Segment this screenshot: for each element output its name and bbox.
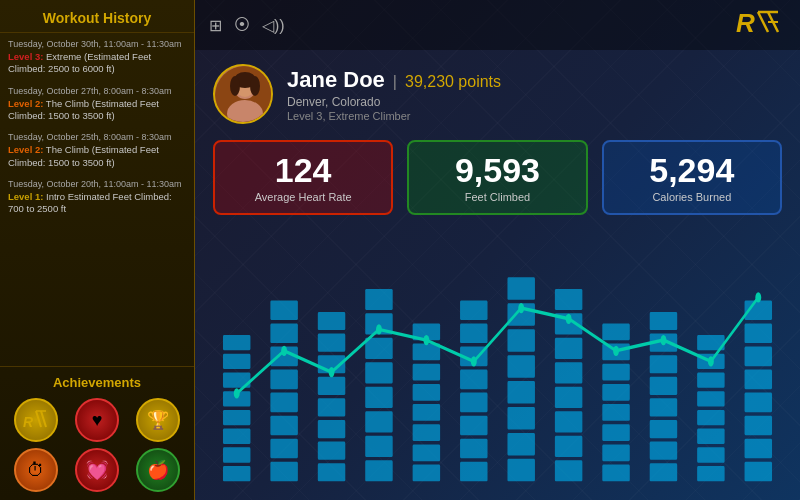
timer-achievement[interactable]: ⏱ xyxy=(14,448,58,492)
svg-rect-22 xyxy=(223,448,250,463)
volume-icon[interactable]: ◁)) xyxy=(262,16,285,35)
workout-item[interactable]: Tuesday, October 20th, 11:00am - 11:30am… xyxy=(8,179,186,216)
svg-rect-71 xyxy=(507,459,534,482)
profile-name: Jane Doe xyxy=(287,67,385,93)
svg-text:R: R xyxy=(23,414,34,430)
svg-rect-84 xyxy=(602,405,629,422)
trophy-achievement[interactable]: 🏆 xyxy=(136,398,180,442)
svg-rect-44 xyxy=(365,387,392,408)
calories-label: Calories Burned xyxy=(616,191,768,203)
svg-rect-38 xyxy=(318,442,345,460)
svg-point-118 xyxy=(518,303,524,313)
svg-rect-105 xyxy=(745,324,772,344)
month-labels: JanFebMarAprMayJunJulAugSepOctNovDec xyxy=(213,496,782,500)
svg-point-115 xyxy=(376,325,382,335)
svg-rect-27 xyxy=(270,370,297,390)
svg-rect-30 xyxy=(270,439,297,459)
workout-date: Tuesday, October 30th, 11:00am - 11:30am xyxy=(8,39,186,49)
svg-rect-31 xyxy=(270,462,297,482)
svg-rect-25 xyxy=(270,324,297,344)
top-bar: ⊞ ⦿ ◁)) R xyxy=(195,0,800,50)
profile-location: Denver, Colorado xyxy=(287,95,501,109)
svg-rect-45 xyxy=(365,412,392,433)
svg-point-113 xyxy=(281,346,287,356)
svg-rect-77 xyxy=(555,412,582,433)
svg-rect-108 xyxy=(745,393,772,413)
workout-item[interactable]: Tuesday, October 27th, 8:00am - 8:30am L… xyxy=(8,86,186,123)
svg-rect-87 xyxy=(602,465,629,482)
workout-item[interactable]: Tuesday, October 25th, 8:00am - 8:30am L… xyxy=(8,132,186,169)
svg-point-122 xyxy=(708,357,714,367)
svg-rect-43 xyxy=(365,363,392,384)
run-achievement[interactable]: R xyxy=(14,398,58,442)
achievements-grid: R♥🏆⏱💓🍎 xyxy=(8,398,186,492)
svg-rect-74 xyxy=(555,338,582,359)
svg-rect-95 xyxy=(650,464,677,482)
svg-rect-61 xyxy=(460,416,487,436)
svg-rect-83 xyxy=(602,384,629,401)
svg-rect-78 xyxy=(555,436,582,457)
logo-svg: R xyxy=(736,8,786,36)
app-logo: R xyxy=(736,8,786,42)
sidebar: Workout History Tuesday, October 30th, 1… xyxy=(0,0,195,500)
workout-date: Tuesday, October 25th, 8:00am - 8:30am xyxy=(8,132,186,142)
svg-rect-91 xyxy=(650,377,677,395)
svg-point-121 xyxy=(661,335,667,345)
bar-chart xyxy=(213,227,782,492)
svg-point-119 xyxy=(566,314,572,324)
svg-rect-64 xyxy=(507,278,534,301)
stat-calories: 5,294 Calories Burned xyxy=(602,140,782,215)
svg-rect-98 xyxy=(697,373,724,388)
apple-achievement[interactable]: 🍎 xyxy=(136,448,180,492)
svg-rect-28 xyxy=(270,393,297,413)
svg-rect-60 xyxy=(460,393,487,413)
svg-point-123 xyxy=(755,293,761,303)
heart-rate-value: 124 xyxy=(227,152,379,189)
chart-area: JanFebMarAprMayJunJulAugSepOctNovDec xyxy=(195,227,800,500)
svg-rect-88 xyxy=(650,312,677,330)
svg-rect-37 xyxy=(318,420,345,438)
workout-date: Tuesday, October 20th, 11:00am - 11:30am xyxy=(8,179,186,189)
svg-rect-17 xyxy=(223,354,250,369)
bluetooth-icon[interactable]: ⦿ xyxy=(234,16,250,34)
heart-achievement[interactable]: ♥ xyxy=(75,398,119,442)
workout-desc: Level 2: The Climb (Estimated Feet Climb… xyxy=(8,144,186,169)
svg-rect-109 xyxy=(745,416,772,436)
grid-icon[interactable]: ⊞ xyxy=(209,16,222,35)
svg-rect-21 xyxy=(223,429,250,444)
workout-history-title: Workout History xyxy=(0,0,194,33)
svg-rect-102 xyxy=(697,448,724,463)
svg-rect-63 xyxy=(460,462,487,482)
achievements-title: Achievements xyxy=(8,375,186,390)
workout-list: Tuesday, October 30th, 11:00am - 11:30am… xyxy=(0,33,194,366)
svg-rect-36 xyxy=(318,399,345,417)
profile-info: Jane Doe | 39,230 points Denver, Colorad… xyxy=(287,67,501,122)
svg-rect-66 xyxy=(507,330,534,353)
svg-rect-16 xyxy=(223,335,250,350)
top-icons: ⊞ ⦿ ◁)) xyxy=(209,16,285,35)
svg-rect-67 xyxy=(507,356,534,379)
svg-rect-69 xyxy=(507,407,534,430)
svg-rect-100 xyxy=(697,410,724,425)
stat-feet-climbed: 9,593 Feet Climbed xyxy=(407,140,587,215)
svg-rect-53 xyxy=(413,425,440,442)
workout-desc: Level 2: The Climb (Estimated Feet Climb… xyxy=(8,98,186,123)
svg-rect-57 xyxy=(460,324,487,344)
pulse-achievement[interactable]: 💓 xyxy=(75,448,119,492)
svg-rect-55 xyxy=(413,465,440,482)
main-content: ⊞ ⦿ ◁)) R xyxy=(195,0,800,500)
svg-rect-56 xyxy=(460,301,487,321)
svg-point-114 xyxy=(329,367,335,377)
svg-rect-23 xyxy=(223,466,250,481)
svg-rect-99 xyxy=(697,392,724,407)
svg-rect-20 xyxy=(223,410,250,425)
svg-rect-72 xyxy=(555,289,582,310)
svg-rect-103 xyxy=(697,466,724,481)
svg-rect-76 xyxy=(555,387,582,408)
svg-rect-59 xyxy=(460,370,487,390)
workout-desc: Level 3: Extreme (Estimated Feet Climbed… xyxy=(8,51,186,76)
svg-rect-62 xyxy=(460,439,487,459)
workout-item[interactable]: Tuesday, October 30th, 11:00am - 11:30am… xyxy=(8,39,186,76)
heart-rate-label: Average Heart Rate xyxy=(227,191,379,203)
svg-rect-39 xyxy=(318,464,345,482)
